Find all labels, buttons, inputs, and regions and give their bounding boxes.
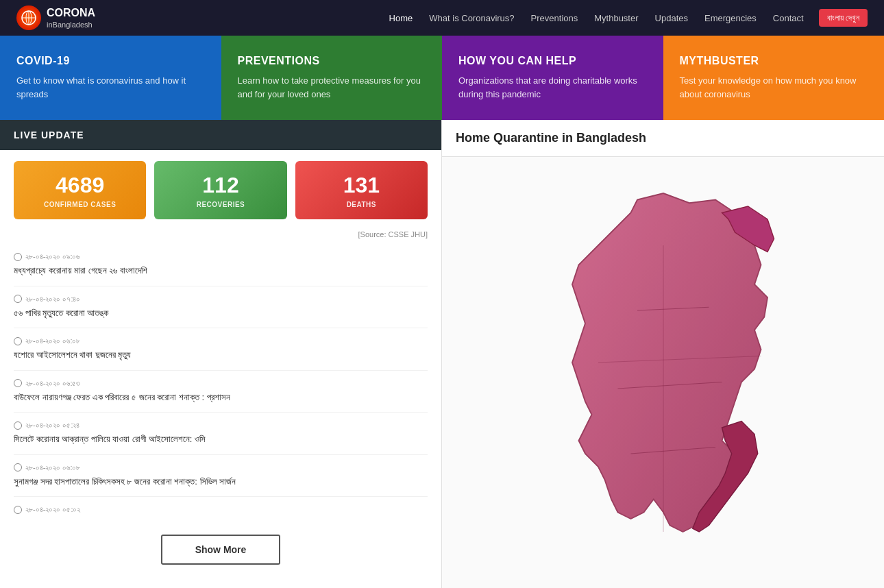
clock-icon (14, 337, 22, 345)
covid-card-desc: Get to know what is coronavirus and how … (16, 74, 205, 101)
news-item: ২৮-০৪-২০২০ ০৫:২৪ সিলেটে করোনায় আক্রান্ত… (14, 413, 428, 455)
help-card-title: HOW YOU CAN HELP (458, 55, 647, 67)
nav-preventions[interactable]: Preventions (524, 9, 585, 27)
deaths-stat: 131 DEATHS (295, 161, 428, 219)
top-card-mythbuster[interactable]: MYTHBUSTER Test your knowledge on how mu… (663, 36, 885, 120)
clock-icon (14, 463, 22, 471)
news-item: ২৮-০৪-২০২০ ০৬:৫৩ বাউফেলে নারায়ণগঞ্জ ফের… (14, 371, 428, 413)
news-item: ২৮-০৪-২০২০ ০৬:০৮ সুনামগঞ্জ সদর হাসপাতালে… (14, 455, 428, 498)
news-item: ২৮-০৪-২০২০ ০৯:০৬ মধ্যপ্রাচ্যে করোনায় মা… (14, 244, 428, 286)
top-card-help[interactable]: HOW YOU CAN HELP Organizations that are … (442, 36, 663, 120)
news-time: ২৮-০৪-২০২০ ০৫:০২ (14, 505, 428, 514)
clock-icon (14, 379, 22, 387)
recovered-number: 112 (161, 172, 280, 198)
news-title[interactable]: যশোরে আইসোলেশনে থাকা দুজনের মৃত্যু (14, 348, 428, 362)
live-update-header: LIVE UPDATE (0, 120, 441, 150)
news-time: ২৮-০৪-২০২০ ০৫:২৪ (14, 421, 428, 430)
right-panel: Home Quarantine in Bangladesh (442, 120, 884, 588)
news-item: ২৮-০৪-২০২০ ০৭:৪০ ৫৬ পাখির মৃত্যুতে করোনা… (14, 286, 428, 329)
nav-emergencies[interactable]: Emergencies (698, 9, 763, 27)
clock-icon (14, 421, 22, 430)
left-panel: LIVE UPDATE 4689 CONFIRMED CASES 112 REC… (0, 120, 442, 588)
deaths-label: DEATHS (302, 201, 421, 208)
top-cards: COVID-19 Get to know what is coronavirus… (0, 36, 884, 120)
deaths-number: 131 (302, 172, 421, 198)
news-time: ২৮-০৪-২০২০ ০৬:০৮ (14, 463, 428, 472)
clock-icon (14, 253, 22, 261)
nav-updates[interactable]: Updates (648, 9, 695, 27)
main-content: LIVE UPDATE 4689 CONFIRMED CASES 112 REC… (0, 120, 884, 588)
news-time: ২৮-০৪-২০২০ ০৯:০৬ (14, 252, 428, 261)
news-title[interactable]: ৫৬ পাখির মৃত্যুতে করোনা আতঙ্ক (14, 306, 428, 320)
news-time: ২৮-০৪-২০২০ ০৭:৪০ (14, 295, 428, 304)
help-card-desc: Organizations that are doing charitable … (458, 74, 647, 101)
map-container (442, 157, 884, 568)
preventions-card-desc: Learn how to take protective measures fo… (238, 74, 426, 101)
logo-title: CORONA (47, 6, 95, 19)
confirmed-stat: 4689 CONFIRMED CASES (14, 161, 146, 219)
logo-icon (16, 5, 41, 30)
confirmed-label: CONFIRMED CASES (21, 201, 139, 208)
nav-menu: Home What is Coronavirus? Preventions My… (382, 9, 868, 27)
news-item: ২৮-০৪-২০২০ ০৬:০৮ যশোরে আইসোলেশনে থাকা দু… (14, 328, 428, 371)
news-title[interactable]: সুনামগঞ্জ সদর হাসপাতালের চিকিৎসকসহ ৮ জনে… (14, 475, 428, 489)
source-text: [Source: CSSE JHU] (0, 230, 441, 244)
mythbuster-card-desc: Test your knowledge on how much you know… (680, 74, 868, 101)
clock-icon (14, 506, 22, 514)
confirmed-number: 4689 (21, 172, 139, 198)
nav-what-is[interactable]: What is Coronavirus? (422, 9, 521, 27)
news-title[interactable]: সিলেটে করোনায় আক্রান্ত পালিয়ে যাওয়া র… (14, 432, 428, 446)
top-card-covid[interactable]: COVID-19 Get to know what is coronavirus… (0, 36, 221, 120)
top-card-preventions[interactable]: PREVENTIONS Learn how to take protective… (221, 36, 443, 120)
recovered-label: RECOVERIES (161, 201, 280, 208)
logo[interactable]: CORONA inBangladesh (16, 5, 95, 30)
show-more-button[interactable]: Show More (161, 535, 281, 565)
map-header: Home Quarantine in Bangladesh (442, 120, 884, 157)
nav-contact[interactable]: Contact (766, 9, 811, 27)
news-time: ২৮-০৪-২০২০ ০৬:৫৩ (14, 379, 428, 388)
navigation: CORONA inBangladesh Home What is Coronav… (0, 0, 884, 36)
nav-home[interactable]: Home (382, 9, 420, 27)
news-title[interactable]: মধ্যপ্রাচ্যে করোনায় মারা গেছেন ২৬ বাংলা… (14, 264, 428, 278)
show-more-wrap: Show More (0, 518, 441, 581)
bangla-button[interactable]: বাংলায় দেখুন (819, 9, 868, 27)
news-item: ২৮-০৪-২০২০ ০৫:০২ পর্যটকরা বিধিনিষেধ না ম… (14, 497, 428, 518)
stats-grid: 4689 CONFIRMED CASES 112 RECOVERIES 131 … (0, 150, 441, 230)
recovered-stat: 112 RECOVERIES (154, 161, 286, 219)
covid-card-title: COVID-19 (16, 55, 205, 67)
preventions-card-title: PREVENTIONS (238, 55, 426, 67)
bangladesh-map (533, 171, 794, 554)
news-time: ২৮-০৪-২০২০ ০৬:০৮ (14, 336, 428, 345)
logo-subtitle: inBangladesh (47, 21, 93, 29)
clock-icon (14, 295, 22, 303)
nav-mythbuster[interactable]: Mythbuster (587, 9, 645, 27)
news-title[interactable]: বাউফেলে নারায়ণগঞ্জ ফেরত এক পরিবারের ৫ জ… (14, 391, 428, 404)
mythbuster-card-title: MYTHBUSTER (680, 55, 868, 67)
news-list: ২৮-০৪-২০২০ ০৯:০৬ মধ্যপ্রাচ্যে করোনায় মা… (0, 244, 441, 518)
